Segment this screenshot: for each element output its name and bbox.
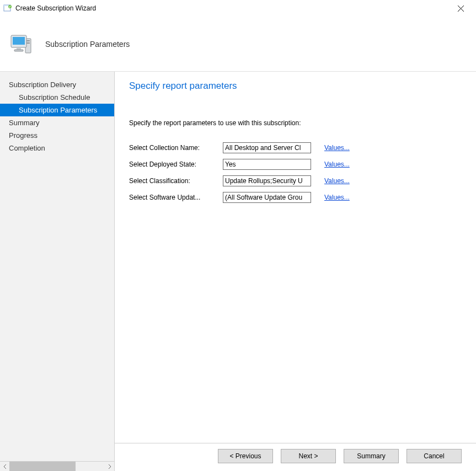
sidebar-item-label: Subscription Delivery <box>9 81 76 89</box>
param-label: Select Classification: <box>129 177 223 185</box>
sidebar-item-progress[interactable]: Progress <box>0 129 114 142</box>
sidebar-item-subscription-delivery[interactable]: Subscription Delivery <box>0 78 114 91</box>
sidebar-items: Subscription Delivery Subscription Sched… <box>0 72 114 461</box>
summary-button[interactable]: Summary <box>344 449 399 463</box>
app-icon <box>3 4 12 13</box>
sidebar-horizontal-scrollbar[interactable] <box>0 461 114 471</box>
wizard-button-row: < Previous Next > Summary Cancel <box>129 449 462 463</box>
scroll-left-icon[interactable] <box>0 462 9 471</box>
page-title: Specify report parameters <box>129 81 462 92</box>
svg-rect-9 <box>13 37 25 45</box>
sidebar-item-summary[interactable]: Summary <box>0 116 114 129</box>
titlebar: Create Subscription Wizard <box>0 0 476 17</box>
sidebar-item-label: Subscription Parameters <box>19 106 97 114</box>
classification-input[interactable] <box>223 175 311 186</box>
svg-rect-7 <box>26 42 30 44</box>
scrollbar-track[interactable] <box>9 462 105 471</box>
wizard-sidebar: Subscription Delivery Subscription Sched… <box>0 72 115 471</box>
cancel-button[interactable]: Cancel <box>407 449 462 463</box>
wizard-header-title: Subscription Parameters <box>45 40 130 49</box>
deployed-state-input[interactable] <box>223 159 311 170</box>
values-link-deployed-state[interactable]: Values... <box>324 160 350 168</box>
sidebar-item-label: Completion <box>9 144 45 152</box>
previous-button[interactable]: < Previous <box>218 449 273 463</box>
page-instruction: Specify the report parameters to use wit… <box>129 119 462 127</box>
param-row-deployed-state: Select Deployed State: Values... <box>129 159 462 170</box>
scrollbar-thumb[interactable] <box>9 462 76 471</box>
scroll-right-icon[interactable] <box>105 462 114 471</box>
wizard-header: Subscription Parameters <box>0 17 476 72</box>
param-label: Select Software Updat... <box>129 194 223 201</box>
svg-rect-6 <box>26 40 30 41</box>
values-link-software-update[interactable]: Values... <box>324 194 350 201</box>
titlebar-left: Create Subscription Wizard <box>3 4 96 13</box>
content-divider <box>115 443 476 443</box>
close-button[interactable] <box>448 1 473 16</box>
sidebar-item-subscription-schedule[interactable]: Subscription Schedule <box>0 91 114 104</box>
param-label: Select Deployed State: <box>129 160 223 168</box>
sidebar-item-label: Summary <box>9 119 40 127</box>
sidebar-item-label: Progress <box>9 131 38 140</box>
param-row-collection-name: Select Collection Name: Values... <box>129 142 462 153</box>
values-link-collection-name[interactable]: Values... <box>324 144 350 152</box>
values-link-classification[interactable]: Values... <box>324 177 350 185</box>
software-update-input[interactable] <box>223 192 311 203</box>
next-button[interactable]: Next > <box>281 449 336 463</box>
param-row-software-update: Select Software Updat... Values... <box>129 192 462 203</box>
svg-rect-10 <box>17 47 21 50</box>
collection-name-input[interactable] <box>223 142 311 153</box>
sidebar-item-subscription-parameters[interactable]: Subscription Parameters <box>0 104 114 116</box>
param-row-classification: Select Classification: Values... <box>129 175 462 186</box>
wizard-content: Specify report parameters Specify the re… <box>115 72 476 471</box>
wizard-header-icon <box>9 31 35 57</box>
window-title: Create Subscription Wizard <box>15 4 96 12</box>
sidebar-item-label: Subscription Schedule <box>19 93 90 101</box>
param-label: Select Collection Name: <box>129 144 223 152</box>
svg-rect-11 <box>14 50 23 51</box>
content-top: Specify report parameters Specify the re… <box>129 81 462 443</box>
wizard-body: Subscription Delivery Subscription Sched… <box>0 72 476 471</box>
wizard-window: Create Subscription Wizard Subscri <box>0 0 476 471</box>
sidebar-item-completion[interactable]: Completion <box>0 142 114 154</box>
